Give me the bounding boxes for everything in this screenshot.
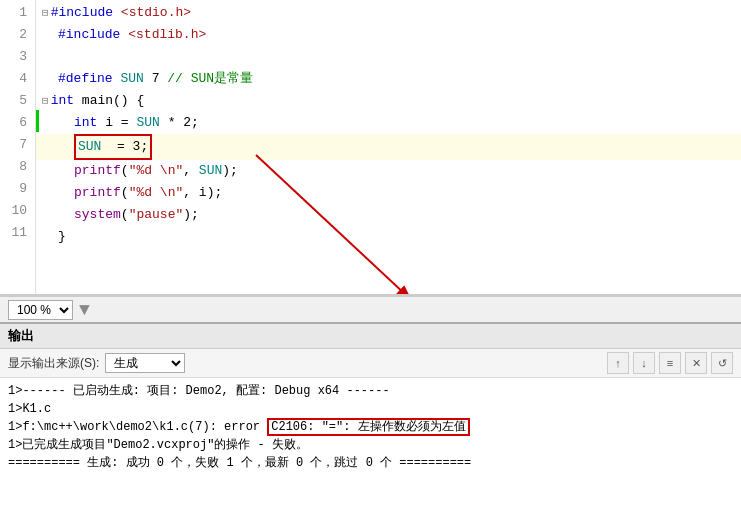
line-num-10: 10: [4, 200, 27, 222]
toolbar-icon-3[interactable]: ≡: [659, 352, 681, 374]
zoom-dropdown-icon: ▼: [79, 300, 90, 320]
code-line-10: system ( "pause" );: [36, 204, 741, 226]
code-line-11: }: [36, 226, 741, 248]
printf-kw-2: printf: [74, 182, 121, 204]
output-line-3: 1>f:\mc++\work\demo2\k1.c(7): error C210…: [8, 418, 733, 436]
output-panel: 输出 显示输出来源(S): 生成 ↑ ↓ ≡ ✕ ↺ 1>------ 已启动生…: [0, 322, 741, 517]
line-num-2: 2: [4, 24, 27, 46]
output-content: 1>------ 已启动生成: 项目: Demo2, 配置: Debug x64…: [0, 378, 741, 517]
printf-str-1: "%d \n": [129, 160, 184, 182]
line-numbers: 1 2 3 4 5 6 7 8 9 10 11: [0, 0, 36, 294]
output-source-select[interactable]: 生成: [105, 353, 185, 373]
sun-ref-1: SUN: [136, 112, 159, 134]
include-directive-1: #include: [51, 2, 113, 24]
close-brace: }: [58, 226, 66, 248]
comment-1: // SUN是常量: [167, 68, 253, 90]
define-directive: #define: [58, 68, 113, 90]
toolbar-icon-5[interactable]: ↺: [711, 352, 733, 374]
line-num-5: 5: [4, 90, 27, 112]
output-line-2: 1>K1.c: [8, 400, 733, 418]
sun-ref-2: SUN: [199, 160, 222, 182]
collapse-icon-5[interactable]: ⊟: [42, 90, 49, 112]
line-num-6: 6: [4, 112, 27, 134]
code-line-5: ⊟ int main() {: [36, 90, 741, 112]
line-num-11: 11: [4, 222, 27, 244]
line-num-8: 8: [4, 156, 27, 178]
line-indicator: [36, 110, 39, 132]
code-editor: 1 2 3 4 5 6 7 8 9 10 11 ⊟ #include <stdi…: [0, 0, 741, 296]
code-lines[interactable]: ⊟ #include <stdio.h> #include <stdlib.h>: [36, 0, 741, 248]
output-line-4: 1>已完成生成项目"Demo2.vcxproj"的操作 - 失败。: [8, 436, 733, 454]
output-line-5: ========== 生成: 成功 0 个，失败 1 个，最新 0 个，跳过 0…: [8, 454, 733, 472]
printf-kw-1: printf: [74, 160, 121, 182]
toolbar-icon-2[interactable]: ↓: [633, 352, 655, 374]
code-line-4: #define SUN 7 // SUN是常量: [36, 68, 741, 90]
line-num-9: 9: [4, 178, 27, 200]
output-title: 输出: [8, 328, 34, 343]
code-line-7: SUN = 3;: [36, 134, 741, 160]
printf-str-2: "%d \n": [129, 182, 184, 204]
line-num-3: 3: [4, 46, 27, 68]
collapse-icon-1[interactable]: ⊟: [42, 2, 49, 24]
output-line-1: 1>------ 已启动生成: 项目: Demo2, 配置: Debug x64…: [8, 382, 733, 400]
toolbar-icon-4[interactable]: ✕: [685, 352, 707, 374]
code-line-2: #include <stdlib.h>: [36, 24, 741, 46]
sun-assignment: SUN = 3;: [74, 134, 152, 160]
code-line-9: printf ( "%d \n" , i);: [36, 182, 741, 204]
define-name: SUN: [120, 68, 143, 90]
output-header: 输出: [0, 322, 741, 349]
kw-int-main: int: [51, 90, 74, 112]
line-num-7: 7: [4, 134, 27, 156]
output-toolbar: 显示输出来源(S): 生成 ↑ ↓ ≡ ✕ ↺: [0, 349, 741, 378]
error-highlight: C2106: "=": 左操作数必须为左值: [267, 418, 469, 436]
line-num-4: 4: [4, 68, 27, 90]
toolbar-icon-1[interactable]: ↑: [607, 352, 629, 374]
zoom-select[interactable]: 100 %: [8, 300, 73, 320]
kw-int-i: int: [74, 112, 97, 134]
source-label: 显示输出来源(S):: [8, 355, 99, 372]
code-line-8: printf ( "%d \n" , SUN );: [36, 160, 741, 182]
toolbar-icons: ↑ ↓ ≡ ✕ ↺: [607, 352, 733, 374]
include-path-2: <stdlib.h>: [128, 24, 206, 46]
code-line-6: int i = SUN * 2;: [36, 112, 741, 134]
system-kw: system: [74, 204, 121, 226]
line-num-1: 1: [4, 2, 27, 24]
include-path-1: <stdio.h>: [121, 2, 191, 24]
include-directive-2: #include: [58, 24, 120, 46]
zoom-bar: 100 % ▼: [0, 296, 741, 322]
code-content: 1 2 3 4 5 6 7 8 9 10 11 ⊟ #include <stdi…: [0, 0, 741, 294]
code-line-3: [36, 46, 741, 68]
system-arg: "pause": [129, 204, 184, 226]
code-line-1: ⊟ #include <stdio.h>: [36, 2, 741, 24]
